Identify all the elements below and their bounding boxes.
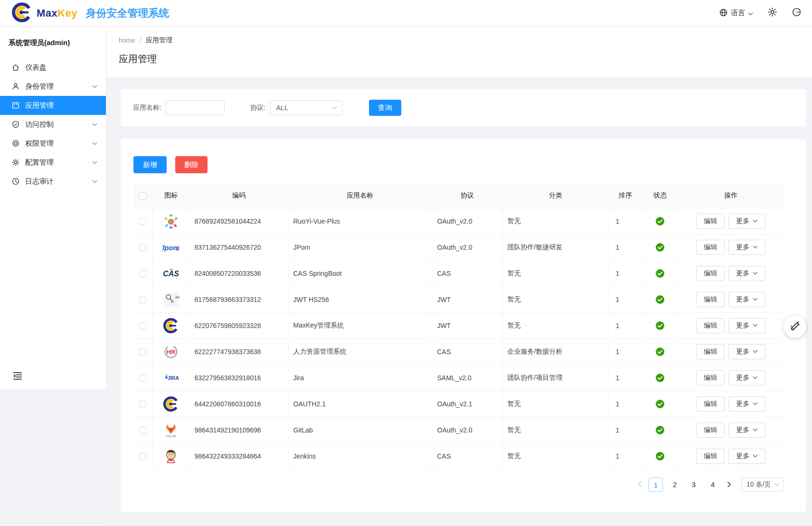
breadcrumb-home[interactable]: home <box>119 37 135 44</box>
sidebar-collapse-button[interactable] <box>12 371 23 383</box>
protocol-selected-value: ALL <box>276 104 288 112</box>
theme-settings-button[interactable] <box>784 315 806 338</box>
chevron-down-icon <box>332 106 338 110</box>
sidebar-item-dashboard[interactable]: 仪表盘 <box>0 58 106 77</box>
app-protocol: JWT <box>432 312 503 338</box>
row-checkbox[interactable] <box>139 348 146 356</box>
more-button[interactable]: 更多 <box>728 318 765 333</box>
next-page-button[interactable] <box>722 478 736 492</box>
app-sort: 1 <box>608 312 642 338</box>
app-code: 622076759805923328 <box>189 312 288 338</box>
page-title: 应用管理 <box>119 53 801 66</box>
sidebar-item-label: 访问控制 <box>25 120 54 129</box>
svg-text:CAS: CAS <box>163 269 179 277</box>
sidebar-item-access-control[interactable]: 访问控制 <box>0 115 106 134</box>
edit-button[interactable]: 编辑 <box>696 214 725 229</box>
app-category: 企业服务/数据分析 <box>503 338 608 365</box>
row-checkbox[interactable] <box>139 244 146 251</box>
more-button[interactable]: 更多 <box>728 214 765 229</box>
delete-button[interactable]: 删除 <box>175 156 208 173</box>
sidebar-item-permission[interactable]: 权限管理 <box>0 134 106 153</box>
app-category: 暂无 <box>503 391 608 417</box>
sidebar-item-label: 配置管理 <box>25 158 54 167</box>
chevron-down-icon <box>753 219 758 223</box>
row-checkbox[interactable] <box>139 453 146 460</box>
more-button[interactable]: 更多 <box>728 396 765 412</box>
edit-button[interactable]: 编辑 <box>696 370 725 385</box>
app-sort: 1 <box>608 443 642 469</box>
table-row: JIRA632279563832918016JiraSAML_v2.0团队协作/… <box>133 365 784 391</box>
edit-button[interactable]: 编辑 <box>696 266 725 281</box>
table-row: JWT817568793663373312JWT HS256JWT暂无1编辑更多 <box>133 286 784 312</box>
table-header-row: 图标编码应用名称协议分类排序状态操作 <box>133 183 784 208</box>
edit-button[interactable]: 编辑 <box>696 344 725 359</box>
app-sort: 1 <box>608 391 642 417</box>
more-button[interactable]: 更多 <box>728 292 765 307</box>
app-code: 824008507220033536 <box>189 260 288 286</box>
app-code: 876892492581044224 <box>189 208 288 234</box>
app-code: 632279563832918016 <box>189 365 288 391</box>
chevron-down-icon <box>753 376 758 379</box>
table-row: 622076759805923328MaxKey管理系统JWT暂无1编辑更多 <box>133 312 784 338</box>
page-number-2[interactable]: 2 <box>668 478 682 492</box>
breadcrumb-current: 应用管理 <box>146 36 172 45</box>
app-sort: 1 <box>608 208 642 234</box>
more-button[interactable]: 更多 <box>728 370 765 385</box>
sidebar-item-identity[interactable]: 身份管理 <box>0 77 106 96</box>
edit-button[interactable]: 编辑 <box>696 396 725 412</box>
main-area: home / 应用管理 应用管理 应用名称: 协议: ALL <box>106 27 812 526</box>
column-header: 应用名称 <box>288 183 432 208</box>
app-category: 团队协作/敏捷研发 <box>503 234 608 260</box>
more-button[interactable]: 更多 <box>728 266 765 281</box>
edit-button[interactable]: 编辑 <box>696 423 725 438</box>
more-button[interactable]: 更多 <box>728 449 765 464</box>
page-head: home / 应用管理 应用管理 <box>106 27 812 77</box>
table-row: 986432249333284864JenkinsCAS暂无1编辑更多 <box>133 443 784 469</box>
column-header: 排序 <box>608 183 642 208</box>
search-button[interactable]: 查询 <box>369 100 401 116</box>
edit-button[interactable]: 编辑 <box>696 449 725 464</box>
language-menu[interactable]: 语言 <box>719 8 753 19</box>
maxkey-logo-icon <box>162 317 180 335</box>
app-name-input[interactable] <box>166 100 225 115</box>
select-all-checkbox[interactable] <box>139 192 146 199</box>
app-name: RuoYi-Vue-Plus <box>288 208 432 234</box>
access-control-icon <box>11 120 20 129</box>
edit-button[interactable]: 编辑 <box>696 240 725 255</box>
status-enabled-icon <box>655 425 665 435</box>
app-code: 644220607860310016 <box>189 391 288 417</box>
breadcrumb-separator: / <box>140 37 142 44</box>
row-checkbox[interactable] <box>139 375 146 382</box>
logout-button[interactable] <box>792 7 802 19</box>
sidebar-item-apps[interactable]: 应用管理 <box>0 96 106 115</box>
more-button[interactable]: 更多 <box>728 344 765 359</box>
row-checkbox[interactable] <box>139 218 146 225</box>
add-button[interactable]: 新增 <box>133 156 167 173</box>
settings-button[interactable] <box>767 7 777 19</box>
svg-text:JIRA: JIRA <box>168 375 179 380</box>
sidebar-item-audit-log[interactable]: 日志审计 <box>0 172 106 191</box>
page-number-1[interactable]: 1 <box>649 478 663 492</box>
more-button[interactable]: 更多 <box>728 240 765 255</box>
more-button[interactable]: 更多 <box>728 423 765 438</box>
edit-button[interactable]: 编辑 <box>696 292 725 307</box>
page-number-3[interactable]: 3 <box>687 478 701 492</box>
maxkey-logo-icon <box>11 2 32 25</box>
page-size-select[interactable]: 10 条/页 <box>741 478 784 492</box>
app-name-label: 应用名称: <box>133 103 161 112</box>
prev-page-button[interactable] <box>633 478 646 492</box>
row-checkbox[interactable] <box>139 322 146 329</box>
status-enabled-icon <box>655 347 665 357</box>
row-checkbox[interactable] <box>139 427 146 434</box>
row-checkbox[interactable] <box>139 270 146 277</box>
protocol-select[interactable]: ALL <box>270 100 343 115</box>
row-checkbox[interactable] <box>139 401 146 408</box>
edit-button[interactable]: 编辑 <box>696 318 725 333</box>
page-number-4[interactable]: 4 <box>706 478 720 492</box>
app-sort: 1 <box>608 338 642 365</box>
sidebar-item-config[interactable]: 配置管理 <box>0 153 106 172</box>
row-checkbox[interactable] <box>139 296 146 303</box>
app-sort: 1 <box>608 365 642 391</box>
column-header: 状态 <box>642 183 678 208</box>
chevron-down-icon <box>748 9 753 17</box>
